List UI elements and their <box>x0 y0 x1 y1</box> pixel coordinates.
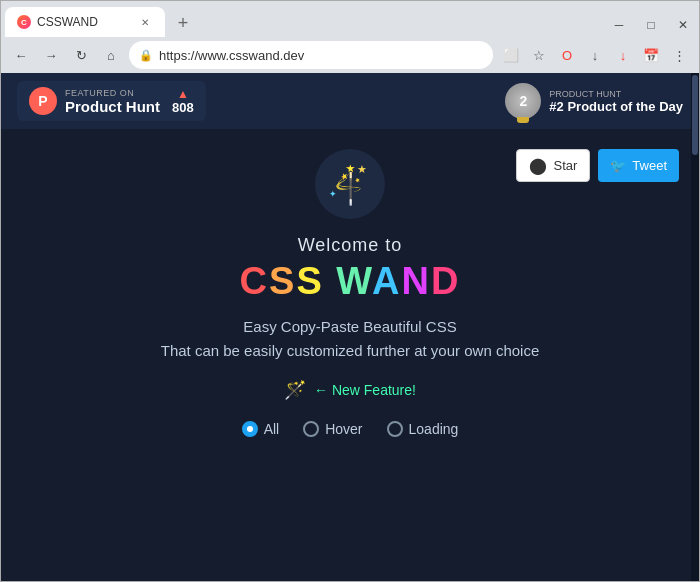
welcome-text: Welcome to <box>298 235 403 256</box>
radio-all-label: All <box>264 421 280 437</box>
ph-badge-left[interactable]: P FEATURED ON Product Hunt ▲ 808 <box>17 81 206 121</box>
page-content: P FEATURED ON Product Hunt ▲ 808 2 <box>1 73 699 581</box>
ph-logo: P <box>29 87 57 115</box>
maximize-button[interactable]: □ <box>639 13 663 37</box>
ph-right-label: Product Hunt <box>549 89 683 99</box>
title-letter-c: C <box>240 260 269 302</box>
home-button[interactable]: ⌂ <box>99 43 123 67</box>
close-button[interactable]: ✕ <box>671 13 695 37</box>
active-tab[interactable]: C CSSWAND ✕ <box>5 7 165 37</box>
title-letter-w: W <box>336 260 372 302</box>
radio-all-circle[interactable] <box>242 421 258 437</box>
tweet-button[interactable]: 🐦 Tweet <box>598 149 679 182</box>
ph-product-hunt-name: Product Hunt <box>65 98 160 115</box>
radio-hover[interactable]: Hover <box>303 421 362 437</box>
tab-title: CSSWAND <box>37 15 131 29</box>
twitter-icon: 🐦 <box>610 158 626 173</box>
wand-logo: 🪄 ★ ✦ <box>315 149 385 219</box>
ph-badge-right[interactable]: 2 Product Hunt #2 Product of the Day <box>505 83 683 119</box>
tab-favicon: C <box>17 15 31 29</box>
star-label: Star <box>553 158 577 173</box>
star-yellow-icon: ★ <box>357 163 367 176</box>
cast-icon[interactable]: ⬜ <box>499 43 523 67</box>
main-area: ⬤ Star 🐦 Tweet 🪄 ★ ✦ Welcome to CSS WAND <box>1 129 699 581</box>
download2-icon[interactable]: ↓ <box>611 43 635 67</box>
new-feature-row: 🪄 ← New Feature! <box>284 379 416 401</box>
url-text: https://www.csswand.dev <box>159 48 304 63</box>
subtitle-1: Easy Copy-Paste Beautiful CSS <box>243 315 456 339</box>
window-controls: ─ □ ✕ <box>607 13 695 37</box>
radio-loading[interactable]: Loading <box>387 421 459 437</box>
ph-featured-label: FEATURED ON <box>65 88 160 98</box>
title-letter-s1: S <box>269 260 296 302</box>
ph-right-text: Product Hunt #2 Product of the Day <box>549 89 683 114</box>
action-buttons: ⬤ Star 🐦 Tweet <box>516 149 679 182</box>
new-tab-button[interactable]: + <box>169 9 197 37</box>
github-icon: ⬤ <box>529 156 547 175</box>
radio-hover-label: Hover <box>325 421 362 437</box>
css-wand-title: CSS WAND <box>240 260 461 303</box>
opera-icon[interactable]: O <box>555 43 579 67</box>
lock-icon: 🔒 <box>139 49 153 62</box>
minimize-button[interactable]: ─ <box>607 13 631 37</box>
new-feature-text[interactable]: ← New Feature! <box>314 382 416 398</box>
github-star-button[interactable]: ⬤ Star <box>516 149 590 182</box>
ph-medal: 2 <box>505 83 541 119</box>
title-letter-a: A <box>372 260 401 302</box>
forward-button[interactable]: → <box>39 43 63 67</box>
radio-loading-label: Loading <box>409 421 459 437</box>
address-bar: ← → ↻ ⌂ 🔒 https://www.csswand.dev ⬜ ☆ O … <box>1 37 699 73</box>
tweet-label: Tweet <box>632 158 667 173</box>
title-letter-d: D <box>431 260 460 302</box>
download-icon[interactable]: ↓ <box>583 43 607 67</box>
toolbar-icons: ⬜ ☆ O ↓ ↓ 📅 ⋮ <box>499 43 691 67</box>
radio-hover-circle[interactable] <box>303 421 319 437</box>
product-hunt-banner: P FEATURED ON Product Hunt ▲ 808 2 <box>1 73 699 129</box>
tab-bar: C CSSWAND ✕ + ─ □ ✕ <box>1 1 699 37</box>
subtitle-2: That can be easily customized further at… <box>161 339 540 363</box>
radio-loading-circle[interactable] <box>387 421 403 437</box>
tab-close-button[interactable]: ✕ <box>137 14 153 30</box>
ph-medal-ribbon <box>517 117 529 123</box>
ph-arrow: ▲ <box>177 88 189 100</box>
ph-votes: ▲ 808 <box>172 88 194 115</box>
ph-product-of-day: #2 Product of the Day <box>549 99 683 114</box>
radio-group: All Hover Loading <box>242 421 459 437</box>
url-bar[interactable]: 🔒 https://www.csswand.dev <box>129 41 493 69</box>
star-blue-icon: ✦ <box>329 189 337 199</box>
menu-icon[interactable]: ⋮ <box>667 43 691 67</box>
scrollbar-thumb[interactable] <box>692 75 698 155</box>
ph-text-group: FEATURED ON Product Hunt <box>65 88 160 115</box>
title-letter-s2: S <box>296 260 323 302</box>
ph-count: 808 <box>172 100 194 115</box>
back-button[interactable]: ← <box>9 43 33 67</box>
reload-button[interactable]: ↻ <box>69 43 93 67</box>
title-letter-n: N <box>402 260 431 302</box>
radio-all[interactable]: All <box>242 421 280 437</box>
calendar-icon[interactable]: 📅 <box>639 43 663 67</box>
browser-window: C CSSWAND ✕ + ─ □ ✕ ← → ↻ ⌂ 🔒 https://ww… <box>0 0 700 582</box>
scrollbar[interactable] <box>691 73 699 581</box>
new-feature-wand-icon: 🪄 <box>284 379 306 401</box>
bookmark-icon[interactable]: ☆ <box>527 43 551 67</box>
